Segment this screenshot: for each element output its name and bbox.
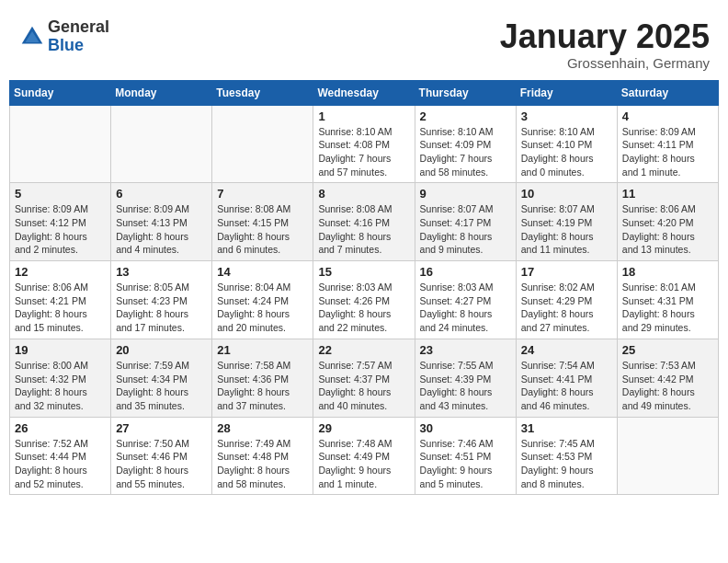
day-info: Sunrise: 7:57 AM Sunset: 4:37 PM Dayligh… [318,359,409,413]
logo-blue: Blue [48,37,109,55]
day-number: 26 [15,421,106,435]
calendar-day-cell: 25Sunrise: 7:53 AM Sunset: 4:42 PM Dayli… [617,339,718,417]
day-info: Sunrise: 8:09 AM Sunset: 4:11 PM Dayligh… [622,125,713,179]
day-info: Sunrise: 8:10 AM Sunset: 4:09 PM Dayligh… [420,125,511,179]
day-number: 8 [318,187,409,201]
calendar-day-cell: 3Sunrise: 8:10 AM Sunset: 4:10 PM Daylig… [516,105,617,183]
day-number: 12 [15,265,106,279]
day-info: Sunrise: 8:03 AM Sunset: 4:27 PM Dayligh… [420,281,511,335]
day-info: Sunrise: 8:07 AM Sunset: 4:17 PM Dayligh… [420,202,511,257]
day-number: 10 [521,187,612,201]
day-number: 11 [622,187,713,201]
calendar-day-cell: 17Sunrise: 8:02 AM Sunset: 4:29 PM Dayli… [516,261,617,339]
calendar-week-row: 12Sunrise: 8:06 AM Sunset: 4:21 PM Dayli… [10,261,719,339]
calendar-day-cell: 28Sunrise: 7:49 AM Sunset: 4:48 PM Dayli… [212,417,313,495]
calendar-day-cell: 21Sunrise: 7:58 AM Sunset: 4:36 PM Dayli… [212,339,313,417]
calendar-day-cell: 11Sunrise: 8:06 AM Sunset: 4:20 PM Dayli… [617,183,718,261]
calendar-day-cell: 9Sunrise: 8:07 AM Sunset: 4:17 PM Daylig… [415,183,516,261]
day-info: Sunrise: 7:52 AM Sunset: 4:44 PM Dayligh… [15,437,106,491]
calendar-day-cell: 22Sunrise: 7:57 AM Sunset: 4:37 PM Dayli… [313,339,415,417]
day-number: 16 [420,265,511,279]
day-info: Sunrise: 8:01 AM Sunset: 4:31 PM Dayligh… [622,281,713,335]
day-number: 19 [15,343,106,357]
calendar-day-cell: 18Sunrise: 8:01 AM Sunset: 4:31 PM Dayli… [617,261,718,339]
day-info: Sunrise: 7:45 AM Sunset: 4:53 PM Dayligh… [521,437,612,491]
day-info: Sunrise: 8:10 AM Sunset: 4:10 PM Dayligh… [521,125,612,179]
day-number: 23 [420,343,511,357]
location: Grossenhain, Germany [500,55,710,71]
calendar-day-cell: 13Sunrise: 8:05 AM Sunset: 4:23 PM Dayli… [111,261,212,339]
day-number: 6 [116,187,207,201]
day-number: 4 [622,109,713,123]
day-info: Sunrise: 7:59 AM Sunset: 4:34 PM Dayligh… [116,359,207,413]
calendar-day-cell: 7Sunrise: 8:08 AM Sunset: 4:15 PM Daylig… [212,183,313,261]
day-number: 1 [318,109,409,123]
calendar-week-row: 19Sunrise: 8:00 AM Sunset: 4:32 PM Dayli… [10,339,719,417]
logo-text: General Blue [48,18,109,55]
weekday-header: Saturday [617,80,718,105]
logo: General Blue [18,18,109,55]
day-number: 22 [318,343,409,357]
day-number: 28 [217,421,308,435]
weekday-header: Tuesday [212,80,313,105]
day-number: 24 [521,343,612,357]
calendar-day-cell: 14Sunrise: 8:04 AM Sunset: 4:24 PM Dayli… [212,261,313,339]
day-info: Sunrise: 8:00 AM Sunset: 4:32 PM Dayligh… [15,359,106,413]
day-info: Sunrise: 8:08 AM Sunset: 4:15 PM Dayligh… [217,202,308,257]
day-number: 13 [116,265,207,279]
month-title: January 2025 [500,18,710,55]
calendar-day-cell: 10Sunrise: 8:07 AM Sunset: 4:19 PM Dayli… [516,183,617,261]
calendar-day-cell: 2Sunrise: 8:10 AM Sunset: 4:09 PM Daylig… [415,105,516,183]
calendar-day-cell: 5Sunrise: 8:09 AM Sunset: 4:12 PM Daylig… [10,183,111,261]
day-info: Sunrise: 7:55 AM Sunset: 4:39 PM Dayligh… [420,359,511,413]
day-info: Sunrise: 8:10 AM Sunset: 4:08 PM Dayligh… [318,125,409,179]
calendar-day-cell: 19Sunrise: 8:00 AM Sunset: 4:32 PM Dayli… [10,339,111,417]
day-number: 20 [116,343,207,357]
day-info: Sunrise: 8:02 AM Sunset: 4:29 PM Dayligh… [521,281,612,335]
calendar-table: SundayMondayTuesdayWednesdayThursdayFrid… [9,80,719,496]
day-number: 9 [420,187,511,201]
day-info: Sunrise: 8:08 AM Sunset: 4:16 PM Dayligh… [318,202,409,257]
calendar-day-cell: 24Sunrise: 7:54 AM Sunset: 4:41 PM Dayli… [516,339,617,417]
calendar-day-cell: 29Sunrise: 7:48 AM Sunset: 4:49 PM Dayli… [313,417,415,495]
calendar-day-cell [111,105,212,183]
calendar-day-cell: 27Sunrise: 7:50 AM Sunset: 4:46 PM Dayli… [111,417,212,495]
day-info: Sunrise: 8:09 AM Sunset: 4:13 PM Dayligh… [116,202,207,257]
day-number: 7 [217,187,308,201]
calendar-day-cell: 8Sunrise: 8:08 AM Sunset: 4:16 PM Daylig… [313,183,415,261]
weekday-header: Monday [111,80,212,105]
weekday-header: Sunday [10,80,111,105]
weekday-header-row: SundayMondayTuesdayWednesdayThursdayFrid… [10,80,719,105]
day-info: Sunrise: 8:06 AM Sunset: 4:21 PM Dayligh… [15,281,106,335]
calendar-day-cell: 31Sunrise: 7:45 AM Sunset: 4:53 PM Dayli… [516,417,617,495]
weekday-header: Friday [516,80,617,105]
calendar-week-row: 1Sunrise: 8:10 AM Sunset: 4:08 PM Daylig… [10,105,719,183]
day-info: Sunrise: 8:05 AM Sunset: 4:23 PM Dayligh… [116,281,207,335]
weekday-header: Wednesday [313,80,415,105]
day-info: Sunrise: 8:09 AM Sunset: 4:12 PM Dayligh… [15,202,106,257]
day-number: 18 [622,265,713,279]
calendar-day-cell [10,105,111,183]
day-number: 27 [116,421,207,435]
day-info: Sunrise: 7:58 AM Sunset: 4:36 PM Dayligh… [217,359,308,413]
day-info: Sunrise: 7:53 AM Sunset: 4:42 PM Dayligh… [622,359,713,413]
calendar-week-row: 5Sunrise: 8:09 AM Sunset: 4:12 PM Daylig… [10,183,719,261]
day-info: Sunrise: 7:49 AM Sunset: 4:48 PM Dayligh… [217,437,308,491]
header: General Blue January 2025 Grossenhain, G… [9,9,719,75]
day-number: 25 [622,343,713,357]
day-number: 21 [217,343,308,357]
calendar-day-cell: 12Sunrise: 8:06 AM Sunset: 4:21 PM Dayli… [10,261,111,339]
calendar-day-cell [617,417,718,495]
day-number: 31 [521,421,612,435]
day-info: Sunrise: 8:06 AM Sunset: 4:20 PM Dayligh… [622,202,713,257]
calendar-day-cell: 4Sunrise: 8:09 AM Sunset: 4:11 PM Daylig… [617,105,718,183]
day-number: 5 [15,187,106,201]
day-number: 29 [318,421,409,435]
day-info: Sunrise: 7:50 AM Sunset: 4:46 PM Dayligh… [116,437,207,491]
title-block: January 2025 Grossenhain, Germany [500,18,710,71]
calendar-day-cell: 20Sunrise: 7:59 AM Sunset: 4:34 PM Dayli… [111,339,212,417]
calendar-day-cell [212,105,313,183]
day-number: 3 [521,109,612,123]
day-info: Sunrise: 7:54 AM Sunset: 4:41 PM Dayligh… [521,359,612,413]
day-info: Sunrise: 8:04 AM Sunset: 4:24 PM Dayligh… [217,281,308,335]
